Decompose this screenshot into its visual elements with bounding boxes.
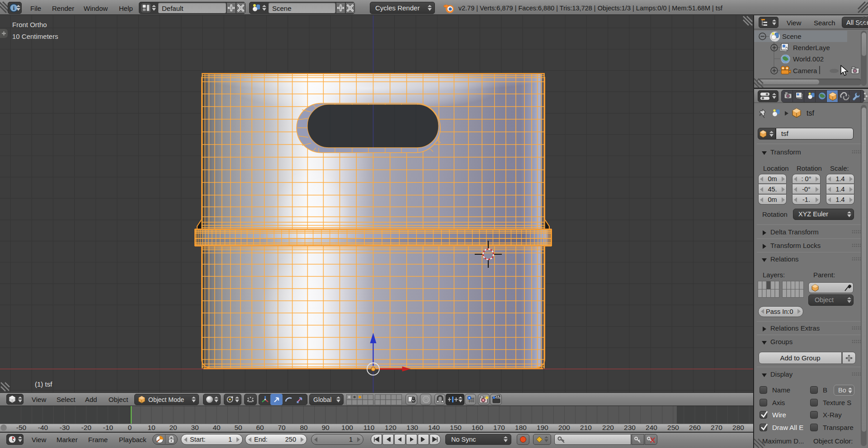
svg-text:-30: -30 xyxy=(60,424,70,431)
svg-text:-10: -10 xyxy=(103,424,113,431)
svg-text:230: 230 xyxy=(624,424,636,431)
svg-text:-20: -20 xyxy=(81,424,92,431)
svg-text:60: 60 xyxy=(256,424,264,431)
svg-text:-50: -50 xyxy=(16,424,27,431)
svg-text:30: 30 xyxy=(191,424,199,431)
svg-text:-40: -40 xyxy=(38,424,48,431)
svg-text:80: 80 xyxy=(300,424,308,431)
svg-text:40: 40 xyxy=(212,424,221,431)
svg-text:180: 180 xyxy=(515,424,527,431)
svg-text:120: 120 xyxy=(385,424,396,431)
svg-text:0: 0 xyxy=(128,424,132,431)
svg-text:190: 190 xyxy=(537,424,548,431)
svg-text:240: 240 xyxy=(646,424,657,431)
svg-text:Front Ortho: Front Ortho xyxy=(12,21,47,28)
svg-text:90: 90 xyxy=(321,424,330,431)
svg-text:70: 70 xyxy=(278,424,286,431)
svg-text:280: 280 xyxy=(732,424,744,431)
svg-text:210: 210 xyxy=(580,424,592,431)
svg-text:260: 260 xyxy=(689,424,701,431)
svg-text:10: 10 xyxy=(147,424,156,431)
svg-text:140: 140 xyxy=(428,424,440,431)
svg-text:i: i xyxy=(13,5,15,11)
svg-text:50: 50 xyxy=(234,424,242,431)
svg-text:150: 150 xyxy=(450,424,462,431)
svg-text:160: 160 xyxy=(472,424,483,431)
svg-text:10 Centimeters: 10 Centimeters xyxy=(12,33,58,40)
svg-text:200: 200 xyxy=(558,424,570,431)
svg-text:110: 110 xyxy=(363,424,375,431)
svg-text:220: 220 xyxy=(602,424,614,431)
svg-text:(1) tsf: (1) tsf xyxy=(35,380,52,388)
svg-text:130: 130 xyxy=(406,424,418,431)
svg-text:100: 100 xyxy=(341,424,353,431)
svg-text:250: 250 xyxy=(667,424,679,431)
svg-text:170: 170 xyxy=(493,424,505,431)
svg-text:270: 270 xyxy=(711,424,722,431)
svg-text:20: 20 xyxy=(169,424,177,431)
